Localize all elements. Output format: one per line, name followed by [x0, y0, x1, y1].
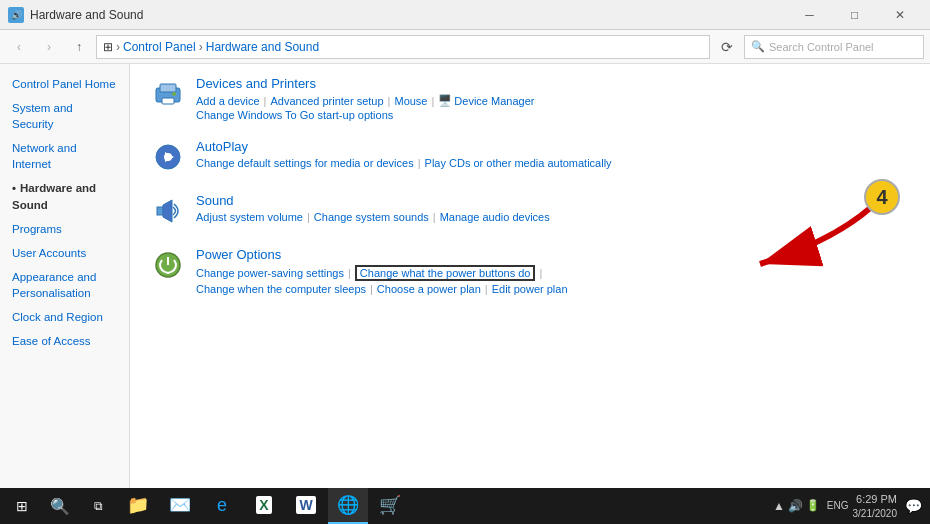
forward-button[interactable]: ›	[36, 34, 62, 60]
autoplay-section: AutoPlay Change default settings for med…	[150, 139, 910, 175]
back-button[interactable]: ‹	[6, 34, 32, 60]
clock: 6:29 PM 3/21/2020	[853, 492, 898, 519]
network-icon: ▲	[773, 499, 785, 513]
device-manager-icon: 🖥️	[438, 94, 452, 107]
taskbar-store[interactable]: 🛒	[370, 488, 410, 524]
word-icon: W	[296, 496, 315, 514]
svg-point-3	[172, 92, 176, 96]
sidebar-item-ease-access[interactable]: Ease of Access	[0, 329, 129, 353]
taskbar-mail[interactable]: ✉️	[160, 488, 200, 524]
maximize-button[interactable]: □	[832, 0, 877, 30]
taskbar-word[interactable]: W	[286, 488, 326, 524]
power-options-content: Power Options Change power-saving settin…	[196, 247, 910, 295]
add-device-link[interactable]: Add a device	[196, 95, 260, 107]
power-options-title[interactable]: Power Options	[196, 247, 910, 262]
up-button[interactable]: ↑	[66, 34, 92, 60]
sound-content: Sound Adjust system volume | Change syst…	[196, 193, 910, 223]
devices-printers-links: Add a device | Advanced printer setup | …	[196, 94, 910, 107]
power-buttons-link[interactable]: Change what the power buttons do	[355, 265, 536, 281]
close-button[interactable]: ✕	[877, 0, 922, 30]
notification-button[interactable]: 💬	[901, 498, 926, 514]
advanced-printer-link[interactable]: Advanced printer setup	[270, 95, 383, 107]
address-path[interactable]: ⊞ › Control Panel › Hardware and Sound	[96, 35, 710, 59]
taskbar-explorer[interactable]: 📁	[118, 488, 158, 524]
taskbar-ie[interactable]: e	[202, 488, 242, 524]
svg-rect-2	[162, 98, 174, 104]
start-icon: ⊞	[12, 496, 32, 516]
volume-icon: 🔊	[788, 499, 803, 513]
power-options-icon	[150, 247, 186, 283]
edit-plan-link[interactable]: Edit power plan	[492, 283, 568, 295]
task-view-icon: ⧉	[88, 496, 108, 516]
search-icon: 🔍	[751, 40, 765, 53]
content-area: Devices and Printers Add a device | Adva…	[130, 64, 930, 488]
mouse-link[interactable]: Mouse	[394, 95, 427, 107]
sound-title[interactable]: Sound	[196, 193, 910, 208]
devices-printers-section: Devices and Printers Add a device | Adva…	[150, 76, 910, 121]
window-title: Hardware and Sound	[30, 8, 143, 22]
svg-rect-7	[157, 207, 163, 215]
devices-printers-sublinks: Change Windows To Go start-up options	[196, 109, 910, 121]
devices-printers-title[interactable]: Devices and Printers	[196, 76, 910, 91]
svg-rect-1	[160, 84, 176, 92]
task-view-button[interactable]: ⧉	[80, 488, 116, 524]
choose-plan-link[interactable]: Choose a power plan	[377, 283, 481, 295]
svg-marker-8	[163, 200, 172, 222]
autoplay-content: AutoPlay Change default settings for med…	[196, 139, 910, 169]
ie-icon: e	[217, 495, 227, 516]
start-button[interactable]: ⊞	[4, 488, 40, 524]
taskbar: ⊞ 🔍 ⧉ 📁 ✉️ e X W 🌐 🛒 ▲ 🔊 🔋 ENG 6:29	[0, 488, 930, 524]
system-icons: ▲ 🔊 🔋 ENG	[773, 499, 849, 513]
sidebar-item-programs[interactable]: Programs	[0, 217, 129, 241]
power-saving-link[interactable]: Change power-saving settings	[196, 267, 344, 279]
titlebar-controls: ─ □ ✕	[787, 0, 922, 30]
autoplay-links: Change default settings for media or dev…	[196, 157, 910, 169]
minimize-button[interactable]: ─	[787, 0, 832, 30]
change-sounds-link[interactable]: Change system sounds	[314, 211, 429, 223]
path-control-panel[interactable]: Control Panel	[123, 40, 196, 54]
addressbar: ‹ › ↑ ⊞ › Control Panel › Hardware and S…	[0, 30, 930, 64]
sound-icon	[150, 193, 186, 229]
taskbar-excel[interactable]: X	[244, 488, 284, 524]
search-taskbar-icon: 🔍	[50, 496, 70, 516]
autoplay-defaults-link[interactable]: Change default settings for media or dev…	[196, 157, 414, 169]
adjust-volume-link[interactable]: Adjust system volume	[196, 211, 303, 223]
system-tray: ▲ 🔊 🔋 ENG 6:29 PM 3/21/2020 💬	[773, 492, 926, 519]
power-options-section: Power Options Change power-saving settin…	[150, 247, 910, 295]
chrome-icon: 🌐	[337, 494, 359, 516]
windows-go-link[interactable]: Change Windows To Go start-up options	[196, 109, 393, 121]
search-placeholder: Search Control Panel	[769, 41, 874, 53]
search-box[interactable]: 🔍 Search Control Panel	[744, 35, 924, 59]
excel-icon: X	[256, 496, 271, 514]
power-options-sublinks: Change when the computer sleeps | Choose…	[196, 283, 910, 295]
devices-printers-icon	[150, 76, 186, 112]
date-display: 3/21/2020	[853, 507, 898, 520]
sidebar-item-user-accounts[interactable]: User Accounts	[0, 241, 129, 265]
mail-icon: ✉️	[169, 494, 191, 516]
search-taskbar-button[interactable]: 🔍	[42, 488, 78, 524]
store-icon: 🛒	[379, 494, 401, 516]
computer-sleeps-link[interactable]: Change when the computer sleeps	[196, 283, 366, 295]
path-home: ⊞	[103, 40, 113, 54]
sidebar-item-network[interactable]: Network and Internet	[0, 136, 129, 176]
sidebar-item-appearance[interactable]: Appearance and Personalisation	[0, 265, 129, 305]
path-hardware[interactable]: Hardware and Sound	[206, 40, 319, 54]
window-icon: 🔊	[8, 7, 24, 23]
autoplay-cds-link[interactable]: Play CDs or other media automatically	[425, 157, 612, 169]
autoplay-icon	[150, 139, 186, 175]
device-manager-link[interactable]: Device Manager	[454, 95, 534, 107]
sidebar-item-clock[interactable]: Clock and Region	[0, 305, 129, 329]
sound-section: Sound Adjust system volume | Change syst…	[150, 193, 910, 229]
devices-printers-content: Devices and Printers Add a device | Adva…	[196, 76, 910, 121]
explorer-icon: 📁	[127, 494, 149, 516]
refresh-button[interactable]: ⟳	[714, 34, 740, 60]
taskbar-chrome[interactable]: 🌐	[328, 488, 368, 524]
sidebar-item-control-panel-home[interactable]: Control Panel Home	[0, 72, 129, 96]
time-display: 6:29 PM	[853, 492, 898, 506]
sidebar-item-system-security[interactable]: System and Security	[0, 96, 129, 136]
autoplay-title[interactable]: AutoPlay	[196, 139, 910, 154]
sidebar-item-hardware-sound[interactable]: Hardware and Sound	[0, 176, 129, 216]
manage-audio-link[interactable]: Manage audio devices	[440, 211, 550, 223]
titlebar-left: 🔊 Hardware and Sound	[8, 7, 143, 23]
power-options-links: Change power-saving settings | Change wh…	[196, 265, 910, 281]
